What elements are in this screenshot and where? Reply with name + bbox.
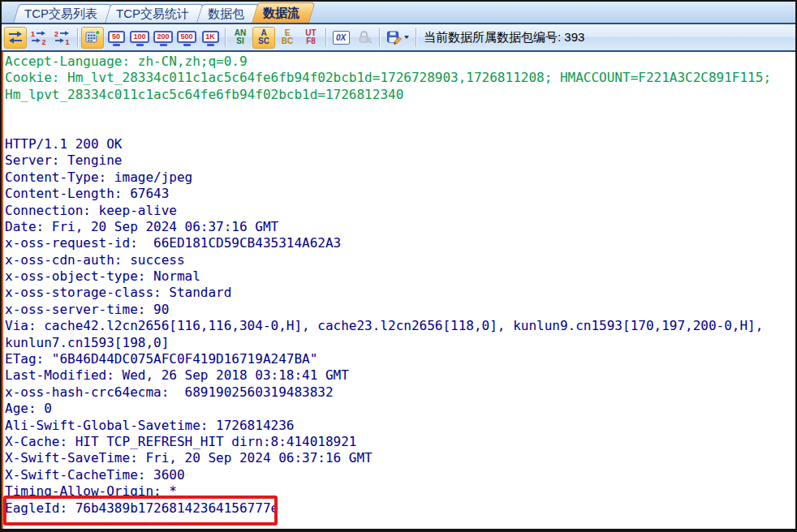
stream-line: ETag: "6B46D44DC075AFC0F419D16719A247BA" (5, 351, 795, 367)
tab-packets[interactable]: 数据包 (196, 4, 254, 23)
tab-label: TCP交易列表 (24, 7, 97, 19)
stream-line: Last-Modified: Wed, 26 Sep 2018 03:18:41… (5, 367, 795, 384)
save-edit-button[interactable] (383, 27, 412, 49)
stream-line: Connection: keep-alive (5, 203, 795, 219)
monitor-stand (136, 44, 144, 46)
hex-view-button[interactable]: 0X (330, 27, 352, 49)
toolbar-separator (77, 28, 78, 47)
stream-line (5, 103, 795, 119)
stream-line: Content-Type: image/jpeg (5, 169, 795, 186)
rows-100-button[interactable]: 100 (128, 27, 151, 49)
stream-line: Accept-Language: zh-CN,zh;q=0.9 (5, 54, 795, 70)
stream-line: x-oss-request-id: 66ED181CD59CB435314A62… (5, 235, 795, 251)
tab-bar: TCP交易列表 TCP交易统计 数据包 数据流 (2, 2, 795, 24)
encoding-label-bottom: BC (282, 37, 293, 45)
stream-line: Content-Length: 67643 (5, 186, 795, 202)
tab-label: 数据流 (263, 6, 299, 19)
encoding-ascii-button[interactable]: A SC (252, 27, 275, 49)
monitor-stand (183, 44, 191, 46)
encoding-label-bottom: SC (258, 37, 269, 45)
rows-200-button[interactable]: 200 (152, 27, 174, 49)
arrow-1-to-2-icon: 1 2 (30, 29, 48, 45)
stream-line: Timing-Allow-Origin: * (5, 483, 795, 500)
stream-line: Server: Tengine (5, 152, 795, 169)
dropdown-caret-icon[interactable] (404, 36, 409, 39)
data-stream-view[interactable]: Accept-Language: zh-CN,zh;q=0.9 Cookie: … (2, 52, 795, 529)
grid-icon (84, 29, 101, 45)
encoding-ansi-button[interactable]: AN SI (229, 27, 252, 49)
tab-label: 数据包 (208, 7, 244, 19)
rows-500-button[interactable]: 500 (175, 27, 198, 49)
row-count-label: 50 (108, 31, 125, 43)
tab-label: TCP交易统计 (116, 7, 189, 19)
svg-text:2: 2 (54, 30, 58, 38)
grid-view-button[interactable] (81, 27, 104, 49)
stream-line: Via: cache42.l2cn2656[116,116,304-0,H], … (5, 318, 795, 334)
row-count-group: 50 100 200 500 1 (105, 27, 222, 49)
encoding-ebcdic-button[interactable]: E BC (276, 27, 299, 49)
swap-arrows-icon (6, 29, 24, 45)
stream-line: Age: 0 (5, 401, 795, 417)
svg-text:1: 1 (31, 30, 35, 38)
tab-data-stream[interactable]: 数据流 (252, 2, 309, 23)
arrow-2-to-1-icon: 2 1 (54, 29, 71, 45)
current-packet-number-label: 当前数据所属数据包编号: 393 (424, 30, 584, 45)
encoding-utf8-button[interactable]: UT F8 (299, 27, 322, 49)
stream-line: Hm_lpvt_28334c011c1ac5c64fe6fb94f02bcb1d… (5, 87, 795, 103)
encoding-group: AN SI A SC E BC UT F8 (229, 27, 322, 49)
stream-line: X-Swift-SaveTime: Fri, 20 Sep 2024 06:37… (5, 450, 795, 466)
floppy-pencil-icon (386, 29, 403, 45)
stream-line (5, 120, 795, 136)
rows-50-button[interactable]: 50 (105, 27, 127, 49)
app-window: TCP交易列表 TCP交易统计 数据包 数据流 (0, 0, 797, 532)
stream-line: Date: Fri, 20 Sep 2024 06:37:16 GMT (5, 219, 795, 235)
stream-line: Cookie: Hm_lvt_28334c011c1ac5c64fe6fb94f… (5, 70, 795, 86)
stream-line: x-oss-storage-class: Standard (5, 285, 795, 301)
stream-line: HTTP/1.1 200 OK (5, 136, 795, 152)
direction-2-to-1-button[interactable]: 2 1 (51, 27, 74, 49)
padlock-wrench-icon (356, 29, 373, 45)
stream-line: X-Swift-CacheTime: 3600 (5, 467, 795, 483)
stream-lines: Accept-Language: zh-CN,zh;q=0.9 Cookie: … (5, 54, 795, 517)
stream-line: x-oss-server-time: 90 (5, 302, 795, 318)
tab-tcp-transaction-stats[interactable]: TCP交易统计 (105, 4, 199, 23)
rows-1k-button[interactable]: 1K (199, 27, 222, 49)
svg-text:1: 1 (66, 38, 70, 46)
stream-line: kunlun7.cn1593[198,0] (5, 335, 795, 351)
direction-1-to-2-button[interactable]: 1 2 (28, 27, 50, 49)
monitor-stand (113, 44, 120, 46)
row-count-label: 100 (130, 31, 149, 43)
toolbar-separator (325, 28, 326, 47)
bidirectional-flow-button[interactable] (4, 27, 27, 49)
lock-tools-button[interactable] (353, 27, 376, 49)
monitor-stand (160, 44, 167, 46)
hex-icon: 0X (333, 31, 350, 45)
row-count-label: 200 (153, 31, 172, 43)
row-count-label: 1K (202, 31, 219, 43)
stream-line: x-oss-cdn-auth: success (5, 252, 795, 268)
toolbar-separator (379, 28, 380, 47)
encoding-label-bottom: F8 (306, 37, 316, 45)
svg-text:2: 2 (42, 38, 46, 46)
stream-line: Ali-Swift-Global-Savetime: 1726814236 (5, 418, 795, 434)
stream-line: x-oss-object-type: Normal (5, 268, 795, 285)
monitor-stand (207, 44, 214, 46)
tab-tcp-transaction-list[interactable]: TCP交易列表 (13, 4, 107, 23)
toolbar-separator (416, 28, 416, 47)
stream-line: X-Cache: HIT TCP_REFRESH_HIT dirn:8:4140… (5, 434, 795, 450)
encoding-label-bottom: SI (236, 37, 243, 45)
stream-line: x-oss-hash-crc64ecma: 689190256031948383… (5, 384, 795, 401)
toolbar: 1 2 2 1 (2, 24, 795, 52)
toolbar-separator (225, 28, 226, 47)
row-count-label: 500 (177, 31, 196, 43)
stream-line: EagleId: 76b4389b17268142364156777e (5, 500, 795, 517)
